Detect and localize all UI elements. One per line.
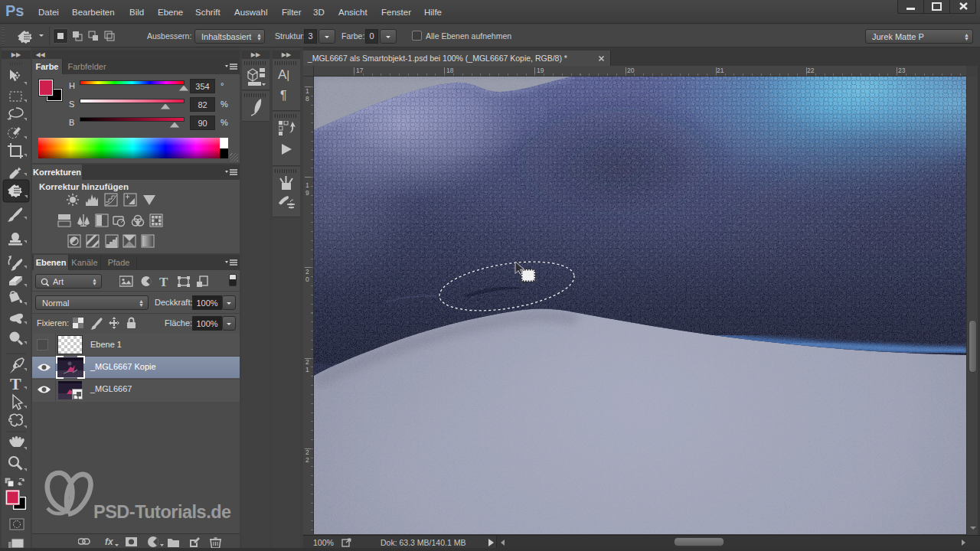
svg-text:fx: fx (105, 536, 114, 547)
svg-text:T: T (159, 276, 168, 289)
svg-text:T: T (10, 374, 21, 393)
svg-text:PSD-Tutorials.de: PSD-Tutorials.de (93, 502, 231, 522)
